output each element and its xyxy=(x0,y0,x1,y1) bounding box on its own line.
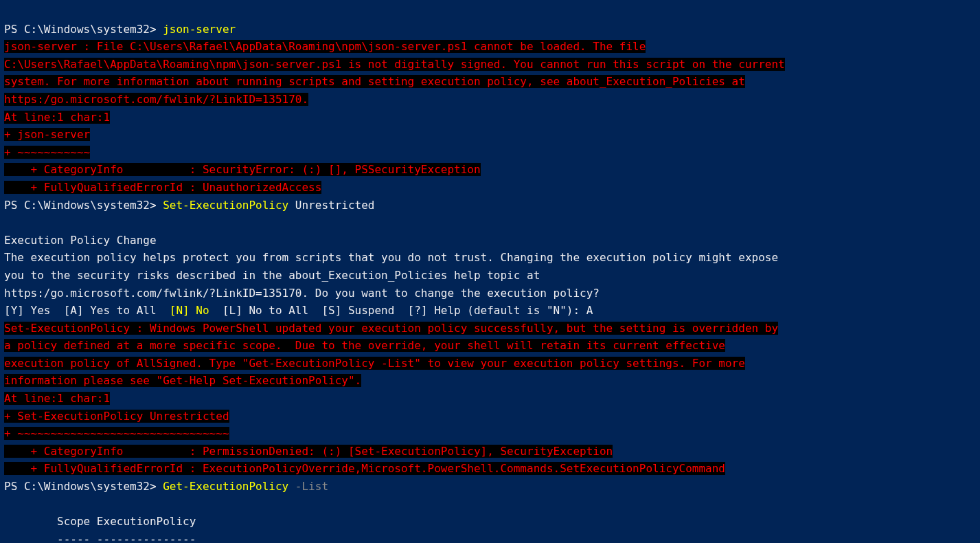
confirm-body: The execution policy helps protect you f… xyxy=(4,251,778,299)
flag-list: -List xyxy=(288,480,328,493)
blank-line xyxy=(4,498,11,511)
command-set-executionpolicy: Set-ExecutionPolicy xyxy=(163,199,288,212)
table-divider: ----- --------------- xyxy=(4,533,196,543)
command-get-executionpolicy: Get-ExecutionPolicy xyxy=(163,480,288,493)
blank-line xyxy=(4,216,11,229)
confirm-heading: Execution Policy Change xyxy=(4,234,157,247)
confirm-choices-post: [L] No to All [S] Suspend [?] Help (defa… xyxy=(209,304,593,317)
command-json-server: json-server xyxy=(163,23,236,36)
prompt: PS C:\Windows\system32> xyxy=(4,23,163,36)
error-set-executionpolicy: Set-ExecutionPolicy : Windows PowerShell… xyxy=(4,322,778,476)
confirm-choices-pre: [Y] Yes [A] Yes to All xyxy=(4,304,170,317)
table-header: Scope ExecutionPolicy xyxy=(4,515,196,528)
prompt: PS C:\Windows\system32> xyxy=(4,199,163,212)
prompt: PS C:\Windows\system32> xyxy=(4,480,163,493)
argument-unrestricted: Unrestricted xyxy=(288,199,374,212)
confirm-default-option: [N] No xyxy=(170,304,209,317)
error-json-server: json-server : File C:\Users\Rafael\AppDa… xyxy=(4,40,785,194)
powershell-terminal[interactable]: PS C:\Windows\system32> json-server json… xyxy=(0,0,980,543)
